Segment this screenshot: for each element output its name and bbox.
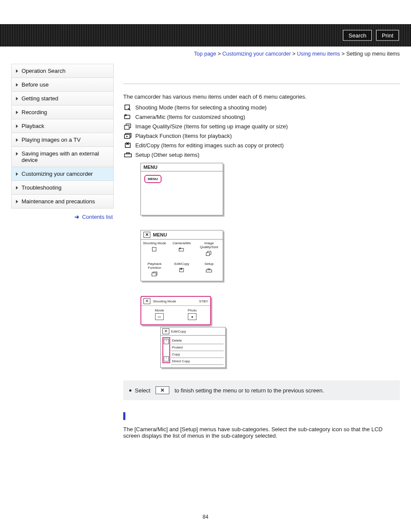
image-quality-icon <box>123 122 133 130</box>
category-shooting-mode: Shooting Mode (Items for selecting a sho… <box>123 103 400 111</box>
setup-icon <box>123 151 133 159</box>
sidebar-item-label: Getting started <box>22 95 58 102</box>
header-banner: Search Print <box>0 24 411 47</box>
camera-mic-icon <box>123 113 133 121</box>
scroll-column: ˄ ˅ <box>162 337 170 363</box>
sidebar-item-label: Maintenance and precautions <box>22 198 95 205</box>
grid-edit-copy: Edit/Copy <box>168 260 195 281</box>
opt-direct-copy: Direct Copy <box>171 358 224 365</box>
close-icon: ✕ <box>162 328 169 334</box>
caret-icon <box>16 152 18 156</box>
svg-rect-8 <box>125 154 131 157</box>
bullet-icon <box>129 389 131 392</box>
close-icon: ✕ <box>143 298 150 304</box>
caret-icon <box>16 138 18 142</box>
screen-menu-button: MENU MENU <box>140 163 223 215</box>
arrow-right-icon: ➔ <box>75 214 79 220</box>
svg-rect-10 <box>152 247 156 251</box>
contents-list-label: Contents list <box>82 214 113 220</box>
screen-edit-copy-list: ✕Edit/Copy ˄ ˅ Delete Protect Copy Direc… <box>160 327 226 368</box>
screen-menu-grid: ✕MENU Shooting Mode Camera/Mic Image Qua… <box>140 230 223 281</box>
status-text: STBY <box>199 299 208 303</box>
category-list: Shooting Mode (Items for selecting a sho… <box>123 103 400 159</box>
mode-photo: Photo● <box>188 308 197 320</box>
category-setup: Setup (Other setup items) <box>123 151 400 159</box>
caret-icon <box>16 186 18 190</box>
print-button[interactable]: Print <box>376 30 399 41</box>
sidebar-item-label: Saving images with an external device <box>22 150 109 163</box>
grid-image-quality: Image Quality/Size <box>196 240 223 260</box>
category-edit-copy: Edit/Copy (Items for editing images such… <box>123 141 400 149</box>
opt-delete: Delete <box>171 337 224 344</box>
sidebar-item-before-use[interactable]: Before use <box>12 78 113 92</box>
sidebar-item-getting-started[interactable]: Getting started <box>12 92 113 106</box>
screen-title: Edit/Copy <box>171 330 186 333</box>
sidebar-item-recording[interactable]: Recording <box>12 106 113 119</box>
sidebar-item-troubleshooting[interactable]: Troubleshooting <box>12 181 113 195</box>
contents-list-link[interactable]: ➔ Contents list <box>11 208 114 225</box>
grid-playback: Playback Function <box>141 260 168 281</box>
grid-shooting-mode: Shooting Mode <box>141 240 168 260</box>
edit-copy-icon <box>123 141 133 149</box>
caret-icon <box>16 69 18 73</box>
playback-function-icon <box>123 132 133 140</box>
sidebar-item-label: Customizing your camcorder <box>22 171 93 177</box>
shooting-mode-icon <box>123 103 133 111</box>
notes-heading-marker <box>123 412 400 420</box>
category-playback-function: Playback Function (Items for playback) <box>123 132 400 140</box>
divider <box>123 84 400 84</box>
mode-movie: Movie▭ <box>155 308 164 320</box>
sidebar-item-label: Troubleshooting <box>22 184 62 191</box>
sidebar-item-playback[interactable]: Playback <box>12 119 113 133</box>
breadcrumb-top[interactable]: Top page <box>194 51 216 57</box>
sidebar-item-label: Operation Search <box>22 68 65 74</box>
screen-title: MENU <box>141 163 223 171</box>
menu-button-highlighted: MENU <box>144 175 162 183</box>
caret-icon <box>16 83 18 87</box>
screen-title: MENU <box>153 232 167 237</box>
screen-submenu: ✕Shooting ModeSTBY Movie▭ Photo● ✕Edit/C… <box>140 296 400 369</box>
svg-rect-4 <box>125 125 129 129</box>
sidebar-item-label: Before use <box>22 81 49 88</box>
category-camera-mic: Camera/Mic (Items for customized shootin… <box>123 113 400 121</box>
grid-setup: Setup <box>196 260 223 281</box>
note-box: Select ✕ to finish setting the menu or t… <box>123 380 400 400</box>
caret-icon <box>16 172 18 176</box>
note-pre: Select <box>135 387 150 394</box>
svg-rect-16 <box>152 273 156 276</box>
svg-rect-19 <box>208 269 210 270</box>
sidebar-item-saving-external[interactable]: Saving images with an external device <box>12 147 113 167</box>
caret-icon <box>16 124 18 128</box>
screen-title: Shooting Mode <box>153 299 176 303</box>
notes-text: The [Camera/Mic] and [Setup] menus have … <box>123 426 400 439</box>
sidebar-item-customizing[interactable]: Customizing your camcorder <box>12 167 113 181</box>
sidebar-item-playing-tv[interactable]: Playing images on a TV <box>12 133 113 147</box>
caret-icon <box>16 111 18 114</box>
caret-icon <box>16 200 18 203</box>
breadcrumb-b[interactable]: Using menu items <box>297 51 340 57</box>
opt-copy: Copy <box>171 351 224 358</box>
search-button[interactable]: Search <box>343 30 372 41</box>
sidebar-item-label: Playing images on a TV <box>22 137 81 143</box>
svg-rect-9 <box>126 153 129 154</box>
sidebar-item-maintenance[interactable]: Maintenance and precautions <box>12 195 113 208</box>
close-icon: ✕ <box>143 232 150 238</box>
svg-rect-14 <box>206 252 210 255</box>
breadcrumb: Top page > Customizing your camcorder > … <box>0 47 411 59</box>
page-number: 84 <box>0 514 411 520</box>
sidebar-item-label: Recording <box>22 109 47 115</box>
intro-text: The camcorder has various menu items und… <box>123 93 400 100</box>
sidebar-nav: Operation Search Before use Getting star… <box>11 64 114 208</box>
breadcrumb-a[interactable]: Customizing your camcorder <box>222 51 291 57</box>
scroll-down-icon: ˅ <box>164 356 169 361</box>
category-image-quality: Image Quality/Size (Items for setting up… <box>123 122 400 130</box>
sidebar-item-label: Playback <box>22 123 44 129</box>
caret-icon <box>16 97 18 100</box>
breadcrumb-current: Setting up menu items <box>346 51 400 57</box>
close-button-inline: ✕ <box>156 386 169 394</box>
scroll-up-icon: ˄ <box>164 339 169 344</box>
svg-rect-18 <box>206 270 212 272</box>
grid-camera-mic: Camera/Mic <box>168 240 195 260</box>
opt-protect: Protect <box>171 344 224 351</box>
sidebar-item-operation-search[interactable]: Operation Search <box>12 64 113 78</box>
